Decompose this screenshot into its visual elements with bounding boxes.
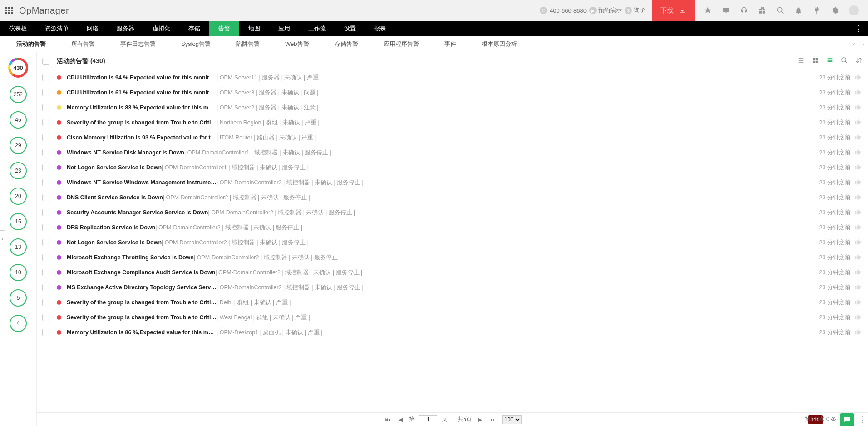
thumb-up-icon[interactable] xyxy=(854,283,863,292)
page-size-select[interactable]: 100 xyxy=(502,415,522,424)
user-avatar[interactable] xyxy=(849,5,859,15)
mainnav-item[interactable]: 报表 xyxy=(365,21,395,36)
row-checkbox[interactable] xyxy=(42,104,49,111)
severity-ring[interactable]: 15 xyxy=(10,213,27,230)
alarm-row[interactable]: Net Logon Service Service is Down | OPM-… xyxy=(37,160,868,175)
view-grid-icon[interactable] xyxy=(812,57,819,65)
list-search-icon[interactable] xyxy=(841,57,848,65)
gift-icon[interactable] xyxy=(758,6,766,15)
alarm-row[interactable]: MS Exchange Active Directory Topology Se… xyxy=(37,280,868,295)
severity-ring[interactable]: 5 xyxy=(10,289,27,307)
page-first-icon[interactable]: ⏮ xyxy=(383,416,392,423)
row-checkbox[interactable] xyxy=(42,299,49,306)
demo-link[interactable]: ▶ 预约演示 xyxy=(589,6,622,15)
plug-icon[interactable] xyxy=(813,6,821,15)
thumb-up-icon[interactable] xyxy=(854,163,863,172)
severity-ring[interactable]: 20 xyxy=(10,188,27,205)
download-button[interactable]: 下载 xyxy=(652,0,695,21)
total-alarms-donut[interactable]: 430 xyxy=(8,58,28,78)
thumb-up-icon[interactable] xyxy=(854,74,863,82)
severity-ring[interactable]: 23 xyxy=(10,162,27,179)
alarm-row[interactable]: Microsoft Exchange Throttling Service is… xyxy=(37,250,868,265)
row-checkbox[interactable] xyxy=(42,254,49,261)
mainnav-item[interactable]: 设置 xyxy=(335,21,365,36)
severity-ring[interactable]: 10 xyxy=(10,264,27,281)
row-checkbox[interactable] xyxy=(42,74,49,81)
subnav-item[interactable]: 事件日志告警 xyxy=(108,36,168,52)
subnav-item[interactable]: 所有告警 xyxy=(59,36,108,52)
severity-ring[interactable]: 4 xyxy=(10,315,27,332)
severity-ring[interactable]: 29 xyxy=(10,137,27,154)
subnav-item[interactable]: 活动的告警 xyxy=(4,36,59,52)
apps-grid-icon[interactable] xyxy=(5,7,13,14)
subnav-item[interactable]: 根本原因分析 xyxy=(469,36,530,52)
alarm-row[interactable]: Severity of the group is changed from Tr… xyxy=(37,295,868,310)
row-checkbox[interactable] xyxy=(42,194,49,201)
thumb-up-icon[interactable] xyxy=(854,119,863,127)
alarm-row[interactable]: Severity of the group is changed from Tr… xyxy=(37,115,868,130)
thumb-up-icon[interactable] xyxy=(854,223,863,232)
thumb-up-icon[interactable] xyxy=(854,313,863,322)
mainnav-item[interactable]: 应用 xyxy=(269,21,299,36)
page-next-icon[interactable]: ▶ xyxy=(476,416,484,423)
subnav-item[interactable]: 存储告警 xyxy=(322,36,371,52)
severity-ring[interactable]: 13 xyxy=(10,238,27,256)
alarm-row[interactable]: Memory Utilization is 83 %,Expected valu… xyxy=(37,100,868,115)
alarm-row[interactable]: CPU Utilization is 94 %,Expected value f… xyxy=(37,70,868,85)
view-list-icon[interactable] xyxy=(797,57,804,65)
alarm-row[interactable]: Security Accounts Manager Service Servic… xyxy=(37,205,868,220)
search-icon[interactable] xyxy=(776,6,784,15)
row-checkbox[interactable] xyxy=(42,89,49,96)
subnav-prev-icon[interactable]: ‹ xyxy=(849,40,858,47)
quickstart-icon[interactable] xyxy=(704,6,712,15)
row-checkbox[interactable] xyxy=(42,119,49,126)
mainnav-item[interactable]: 存储 xyxy=(179,21,209,36)
row-checkbox[interactable] xyxy=(42,209,49,216)
thumb-up-icon[interactable] xyxy=(854,149,863,157)
alarm-row[interactable]: DFS Replication Service is Down | OPM-Do… xyxy=(37,220,868,235)
screen-icon[interactable] xyxy=(722,6,730,15)
alarm-row[interactable]: Memory Utilization is 86 %,Expected valu… xyxy=(37,325,868,340)
thumb-up-icon[interactable] xyxy=(854,134,863,142)
page-last-icon[interactable]: ⏭ xyxy=(488,416,498,423)
subnav-item[interactable]: 应用程序告警 xyxy=(371,36,432,52)
gear-icon[interactable] xyxy=(831,6,839,15)
subnav-item[interactable]: Web告警 xyxy=(272,36,322,52)
thumb-up-icon[interactable] xyxy=(854,298,863,307)
pricing-link[interactable]: $ 询价 xyxy=(625,6,646,15)
row-checkbox[interactable] xyxy=(42,239,49,246)
page-number-input[interactable] xyxy=(419,415,437,424)
alarm-row[interactable]: Severity of the group is changed from Tr… xyxy=(37,310,868,325)
thumb-up-icon[interactable] xyxy=(854,193,863,202)
select-all-checkbox[interactable] xyxy=(42,58,49,65)
thumb-up-icon[interactable] xyxy=(854,238,863,247)
thumb-up-icon[interactable] xyxy=(854,268,863,277)
sort-icon[interactable] xyxy=(855,57,863,65)
thumb-up-icon[interactable] xyxy=(854,104,863,112)
row-checkbox[interactable] xyxy=(42,284,49,291)
alarm-row[interactable]: Microsoft Exchange Compliance Audit Serv… xyxy=(37,265,868,280)
row-checkbox[interactable] xyxy=(42,269,49,276)
thumb-up-icon[interactable] xyxy=(854,253,863,262)
mainnav-item[interactable]: 仪表板 xyxy=(0,21,36,36)
severity-ring[interactable]: 252 xyxy=(10,86,27,103)
row-checkbox[interactable] xyxy=(42,134,49,141)
rail-expand-handle[interactable]: › xyxy=(0,230,5,248)
mainnav-item[interactable]: 地图 xyxy=(239,21,269,36)
thumb-up-icon[interactable] xyxy=(854,89,863,97)
headset-icon[interactable] xyxy=(740,6,748,15)
alarm-row[interactable]: CPU Utilization is 61 %,Expected value f… xyxy=(37,85,868,100)
subnav-next-icon[interactable]: › xyxy=(859,40,868,47)
row-checkbox[interactable] xyxy=(42,149,49,156)
thumb-up-icon[interactable] xyxy=(854,178,863,187)
row-checkbox[interactable] xyxy=(42,314,49,321)
mainnav-item[interactable]: 网络 xyxy=(78,21,108,36)
subnav-item[interactable]: 陷阱告警 xyxy=(223,36,272,52)
row-checkbox[interactable] xyxy=(42,164,49,171)
footer-menu-icon[interactable]: ⋮ xyxy=(858,415,866,425)
row-checkbox[interactable] xyxy=(42,329,49,336)
bell-icon[interactable] xyxy=(794,6,803,15)
alarm-row[interactable]: Cisco Memory Utilization is 93 %,Expecte… xyxy=(37,130,868,145)
alarm-row[interactable]: Net Logon Service Service is Down | OPM-… xyxy=(37,235,868,250)
subnav-item[interactable]: 事件 xyxy=(432,36,469,52)
